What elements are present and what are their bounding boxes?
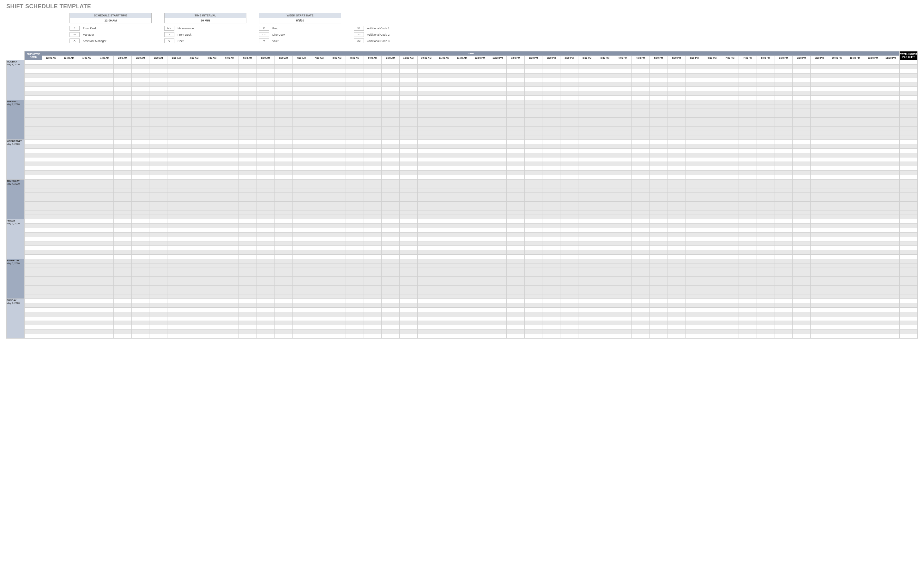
- shift-cell[interactable]: [435, 259, 453, 263]
- shift-cell[interactable]: [203, 330, 221, 334]
- shift-cell[interactable]: [614, 277, 632, 281]
- shift-cell[interactable]: [864, 135, 882, 140]
- legend-code[interactable]: V: [259, 39, 269, 43]
- shift-cell[interactable]: [453, 255, 471, 259]
- shift-cell[interactable]: [221, 175, 239, 179]
- shift-cell[interactable]: [632, 96, 650, 100]
- shift-cell[interactable]: [793, 241, 811, 246]
- shift-cell[interactable]: [650, 149, 668, 153]
- shift-cell[interactable]: [310, 224, 328, 228]
- shift-cell[interactable]: [810, 237, 828, 241]
- shift-cell[interactable]: [864, 91, 882, 96]
- shift-cell[interactable]: [489, 202, 507, 206]
- shift-cell[interactable]: [775, 294, 793, 299]
- shift-cell[interactable]: [400, 179, 418, 184]
- shift-cell[interactable]: [524, 272, 542, 277]
- shift-cell[interactable]: [60, 268, 78, 272]
- shift-cell[interactable]: [703, 82, 721, 87]
- shift-cell[interactable]: [668, 263, 686, 268]
- shift-cell[interactable]: [775, 233, 793, 237]
- shift-cell[interactable]: [650, 157, 668, 162]
- shift-cell[interactable]: [668, 65, 686, 69]
- shift-cell[interactable]: [114, 171, 132, 175]
- shift-cell[interactable]: [114, 228, 132, 233]
- shift-cell[interactable]: [810, 73, 828, 78]
- shift-cell[interactable]: [400, 206, 418, 211]
- shift-cell[interactable]: [668, 100, 686, 105]
- shift-cell[interactable]: [203, 263, 221, 268]
- shift-cell[interactable]: [239, 122, 257, 127]
- shift-cell[interactable]: [346, 149, 364, 153]
- shift-cell[interactable]: [114, 73, 132, 78]
- shift-cell[interactable]: [167, 73, 185, 78]
- shift-cell[interactable]: [560, 127, 578, 131]
- shift-cell[interactable]: [239, 96, 257, 100]
- shift-cell[interactable]: [78, 127, 96, 131]
- shift-cell[interactable]: [221, 268, 239, 272]
- shift-cell[interactable]: [757, 250, 775, 255]
- shift-cell[interactable]: [846, 135, 864, 140]
- shift-cell[interactable]: [417, 281, 435, 285]
- shift-cell[interactable]: [810, 175, 828, 179]
- shift-cell[interactable]: [364, 321, 382, 325]
- shift-cell[interactable]: [471, 281, 489, 285]
- shift-cell[interactable]: [435, 277, 453, 281]
- employee-cell[interactable]: [24, 118, 42, 122]
- shift-cell[interactable]: [864, 303, 882, 308]
- shift-cell[interactable]: [400, 135, 418, 140]
- shift-cell[interactable]: [757, 303, 775, 308]
- shift-cell[interactable]: [328, 285, 346, 290]
- shift-cell[interactable]: [131, 299, 149, 303]
- shift-cell[interactable]: [614, 91, 632, 96]
- shift-cell[interactable]: [221, 197, 239, 202]
- shift-cell[interactable]: [256, 193, 274, 197]
- shift-cell[interactable]: [721, 184, 739, 188]
- shift-cell[interactable]: [221, 109, 239, 113]
- shift-cell[interactable]: [78, 224, 96, 228]
- shift-cell[interactable]: [221, 140, 239, 144]
- shift-cell[interactable]: [131, 317, 149, 321]
- shift-cell[interactable]: [42, 153, 60, 157]
- shift-cell[interactable]: [42, 224, 60, 228]
- shift-cell[interactable]: [78, 144, 96, 149]
- shift-cell[interactable]: [703, 105, 721, 109]
- shift-cell[interactable]: [668, 96, 686, 100]
- shift-cell[interactable]: [239, 69, 257, 73]
- shift-cell[interactable]: [650, 82, 668, 87]
- employee-cell[interactable]: [24, 219, 42, 224]
- shift-cell[interactable]: [203, 281, 221, 285]
- shift-cell[interactable]: [96, 105, 114, 109]
- shift-cell[interactable]: [310, 127, 328, 131]
- shift-cell[interactable]: [364, 219, 382, 224]
- shift-cell[interactable]: [489, 118, 507, 122]
- shift-cell[interactable]: [42, 135, 60, 140]
- shift-cell[interactable]: [453, 219, 471, 224]
- shift-cell[interactable]: [739, 303, 757, 308]
- shift-cell[interactable]: [685, 144, 703, 149]
- shift-cell[interactable]: [757, 255, 775, 259]
- shift-cell[interactable]: [221, 303, 239, 308]
- shift-cell[interactable]: [489, 219, 507, 224]
- shift-cell[interactable]: [453, 157, 471, 162]
- shift-cell[interactable]: [96, 197, 114, 202]
- shift-cell[interactable]: [757, 184, 775, 188]
- shift-cell[interactable]: [739, 127, 757, 131]
- shift-cell[interactable]: [632, 105, 650, 109]
- shift-cell[interactable]: [668, 122, 686, 127]
- shift-cell[interactable]: [274, 294, 292, 299]
- shift-cell[interactable]: [739, 255, 757, 259]
- shift-cell[interactable]: [864, 246, 882, 250]
- shift-cell[interactable]: [775, 228, 793, 233]
- shift-cell[interactable]: [310, 188, 328, 193]
- shift-cell[interactable]: [596, 197, 614, 202]
- shift-cell[interactable]: [471, 122, 489, 127]
- shift-cell[interactable]: [364, 69, 382, 73]
- shift-cell[interactable]: [721, 211, 739, 215]
- shift-cell[interactable]: [185, 321, 203, 325]
- shift-cell[interactable]: [364, 281, 382, 285]
- shift-cell[interactable]: [167, 100, 185, 105]
- shift-cell[interactable]: [256, 122, 274, 127]
- shift-cell[interactable]: [221, 294, 239, 299]
- shift-cell[interactable]: [42, 91, 60, 96]
- shift-cell[interactable]: [810, 334, 828, 339]
